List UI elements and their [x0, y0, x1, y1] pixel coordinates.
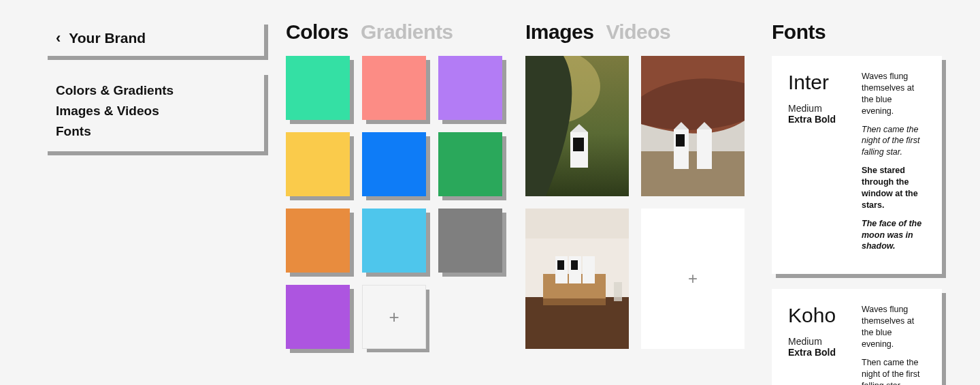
brand-title: Your Brand — [69, 30, 146, 46]
color-swatch[interactable] — [362, 209, 426, 273]
font-weight-label: Medium — [788, 336, 841, 347]
color-swatch[interactable] — [286, 285, 350, 349]
svg-rect-9 — [676, 134, 685, 147]
plus-icon: + — [389, 307, 399, 328]
image-thumbnail[interactable] — [525, 209, 629, 349]
add-color-button[interactable]: + — [362, 285, 426, 349]
font-weight-label: Extra Bold — [788, 114, 841, 125]
font-card[interactable]: KohoMediumExtra BoldWaves flung themselv… — [772, 289, 942, 385]
svg-rect-20 — [557, 260, 564, 270]
plus-icon: + — [688, 269, 698, 288]
font-list: InterMediumExtra BoldWaves flung themsel… — [772, 56, 942, 385]
svg-rect-19 — [583, 256, 595, 283]
images-column: Images Videos — [525, 20, 750, 349]
font-name: Inter — [788, 71, 841, 93]
font-weight-label: Extra Bold — [788, 347, 841, 358]
tab-gradients[interactable]: Gradients — [361, 20, 453, 44]
fonts-heading: Fonts — [772, 20, 826, 44]
svg-rect-4 — [573, 138, 584, 151]
sidebar-header[interactable]: ‹ Your Brand — [44, 20, 264, 56]
svg-rect-6 — [641, 151, 745, 196]
svg-rect-13 — [525, 209, 629, 238]
font-card[interactable]: InterMediumExtra BoldWaves flung themsel… — [772, 56, 942, 274]
sidebar-item-images-videos[interactable]: Images & Videos — [56, 101, 252, 121]
add-image-button[interactable]: + — [641, 209, 745, 349]
color-swatch[interactable] — [286, 132, 350, 196]
color-swatch[interactable] — [286, 56, 350, 120]
font-name: Koho — [788, 304, 841, 326]
color-swatch[interactable] — [438, 132, 502, 196]
font-weight-label: Medium — [788, 103, 841, 114]
fonts-column: Fonts InterMediumExtra BoldWaves flung t… — [772, 20, 942, 385]
image-grid: + — [525, 56, 750, 349]
svg-rect-21 — [571, 260, 578, 270]
color-swatch[interactable] — [438, 56, 502, 120]
color-swatch[interactable] — [362, 56, 426, 120]
color-swatch[interactable] — [286, 209, 350, 273]
font-sample-text: Waves flung themselves at the blue eveni… — [862, 304, 926, 385]
svg-rect-22 — [614, 282, 622, 301]
font-sample-text: Waves flung themselves at the blue eveni… — [862, 71, 926, 259]
tab-colors[interactable]: Colors — [286, 20, 348, 44]
sidebar-menu: Colors & Gradients Images & Videos Fonts — [44, 71, 264, 151]
colors-column: Colors Gradients + — [286, 20, 504, 349]
color-swatch[interactable] — [362, 132, 426, 196]
sidebar: ‹ Your Brand Colors & Gradients Images &… — [44, 20, 264, 151]
tab-videos[interactable]: Videos — [606, 20, 670, 44]
sidebar-item-fonts[interactable]: Fonts — [56, 121, 252, 142]
svg-rect-16 — [543, 298, 606, 305]
swatch-grid: + — [286, 56, 504, 349]
image-thumbnail[interactable] — [525, 56, 629, 196]
color-swatch[interactable] — [438, 209, 502, 273]
tab-images[interactable]: Images — [525, 20, 593, 44]
svg-rect-10 — [697, 129, 712, 169]
sidebar-item-colors-gradients[interactable]: Colors & Gradients — [56, 80, 252, 101]
image-thumbnail[interactable] — [641, 56, 745, 196]
chevron-left-icon[interactable]: ‹ — [56, 31, 61, 46]
